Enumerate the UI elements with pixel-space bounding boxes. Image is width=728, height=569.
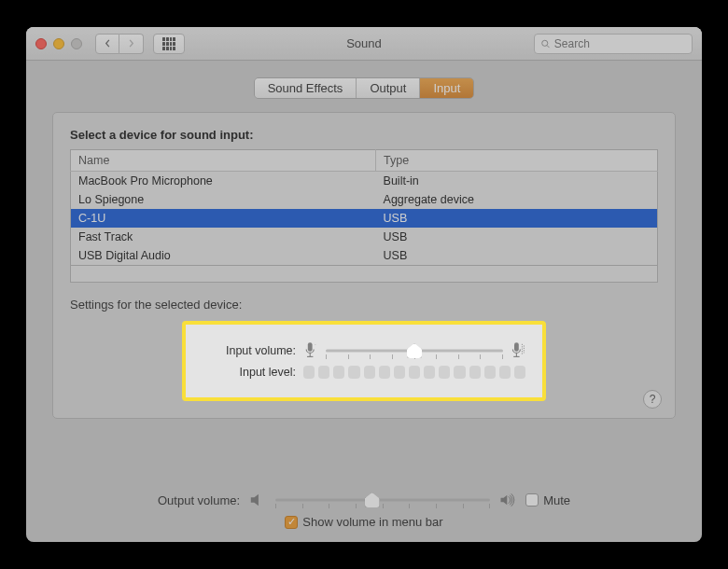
- forward-button[interactable]: [119, 34, 144, 54]
- grid-icon: [162, 37, 175, 50]
- output-volume-thumb[interactable]: [365, 493, 380, 507]
- device-type: USB: [376, 209, 658, 228]
- mic-low-icon: [303, 341, 318, 360]
- tab-sound-effects[interactable]: Sound Effects: [255, 78, 357, 98]
- input-volume-label: Input volume:: [203, 344, 296, 357]
- svg-rect-6: [514, 342, 519, 352]
- table-row[interactable]: MacBook Pro MicrophoneBuilt-in: [71, 172, 658, 191]
- speaker-low-icon: [249, 493, 266, 507]
- svg-line-1: [547, 45, 549, 47]
- device-type: USB: [376, 228, 658, 246]
- input-level-label: Input level:: [203, 366, 296, 379]
- device-name: C-1U: [71, 209, 376, 228]
- mic-high-icon: [511, 341, 525, 360]
- settings-heading: Settings for the selected device:: [70, 298, 658, 312]
- footer: Output volume: Mute: [52, 476, 676, 529]
- device-name: MacBook Pro Microphone: [71, 172, 376, 191]
- traffic-lights: [35, 38, 82, 49]
- device-type: Aggregate device: [376, 190, 658, 209]
- input-panel: Select a device for sound input: Name Ty…: [52, 112, 676, 419]
- mute-checkbox[interactable]: Mute: [525, 493, 570, 507]
- input-level-meter: [303, 366, 525, 379]
- level-segment: [409, 366, 420, 379]
- titlebar: Sound: [26, 27, 702, 61]
- table-row[interactable]: USB Digital AudioUSB: [71, 246, 658, 266]
- tabs: Sound Effects Output Input: [52, 77, 676, 99]
- search-input[interactable]: [554, 37, 686, 50]
- show-in-menubar-box: [285, 516, 298, 529]
- device-name: Lo Spiegone: [71, 190, 376, 209]
- show-all-button[interactable]: [153, 34, 185, 54]
- level-segment: [484, 366, 496, 379]
- mute-label: Mute: [543, 493, 570, 507]
- help-button[interactable]: ?: [643, 390, 662, 409]
- level-segment: [379, 366, 390, 379]
- show-in-menubar-checkbox[interactable]: Show volume in menu bar: [285, 515, 442, 529]
- device-table: Name Type MacBook Pro MicrophoneBuilt-in…: [70, 149, 658, 266]
- output-volume-row: Output volume: Mute: [52, 493, 676, 507]
- nav-buttons: [95, 34, 144, 54]
- search-field[interactable]: [534, 34, 693, 54]
- svg-rect-2: [308, 342, 313, 352]
- level-segment: [303, 366, 315, 379]
- svg-point-0: [542, 40, 548, 46]
- level-segment: [424, 366, 435, 379]
- zoom-window-button[interactable]: [71, 38, 82, 49]
- show-in-menubar-label: Show volume in menu bar: [302, 515, 442, 529]
- level-segment: [318, 366, 329, 379]
- table-row[interactable]: C-1UUSB: [71, 209, 658, 228]
- level-segment: [454, 366, 465, 379]
- minimize-window-button[interactable]: [53, 38, 64, 49]
- level-segment: [333, 366, 344, 379]
- back-button[interactable]: [95, 34, 119, 54]
- device-type: Built-in: [376, 172, 658, 191]
- column-type[interactable]: Type: [376, 150, 658, 172]
- level-segment: [348, 366, 359, 379]
- input-level-row: Input level:: [203, 366, 525, 379]
- preferences-window: Sound Sound Effects Output Input Select …: [26, 27, 702, 542]
- speaker-high-icon: [499, 493, 516, 507]
- tab-output[interactable]: Output: [357, 78, 420, 98]
- table-padding: [70, 266, 658, 283]
- output-volume-slider[interactable]: [275, 493, 490, 507]
- device-type: USB: [376, 246, 658, 266]
- output-volume-label: Output volume:: [158, 493, 240, 507]
- input-volume-slider[interactable]: [326, 344, 503, 357]
- table-row[interactable]: Lo SpiegoneAggregate device: [71, 190, 658, 209]
- close-window-button[interactable]: [35, 38, 47, 49]
- highlighted-settings: Input volume:: [182, 321, 546, 401]
- level-segment: [514, 366, 525, 379]
- mute-checkbox-box: [525, 493, 539, 507]
- content: Sound Effects Output Input Select a devi…: [26, 61, 702, 542]
- level-segment: [364, 366, 375, 379]
- search-icon: [540, 38, 551, 49]
- input-volume-row: Input volume:: [203, 341, 525, 360]
- device-heading: Select a device for sound input:: [70, 128, 658, 142]
- level-segment: [439, 366, 450, 379]
- level-segment: [394, 366, 405, 379]
- device-name: Fast Track: [71, 228, 376, 246]
- table-row[interactable]: Fast TrackUSB: [71, 228, 658, 246]
- column-name[interactable]: Name: [71, 150, 376, 172]
- level-segment: [499, 366, 511, 379]
- device-name: USB Digital Audio: [71, 246, 376, 266]
- tab-segment: Sound Effects Output Input: [254, 77, 475, 99]
- level-segment: [469, 366, 481, 379]
- input-volume-thumb[interactable]: [407, 343, 422, 358]
- tab-input[interactable]: Input: [420, 78, 473, 98]
